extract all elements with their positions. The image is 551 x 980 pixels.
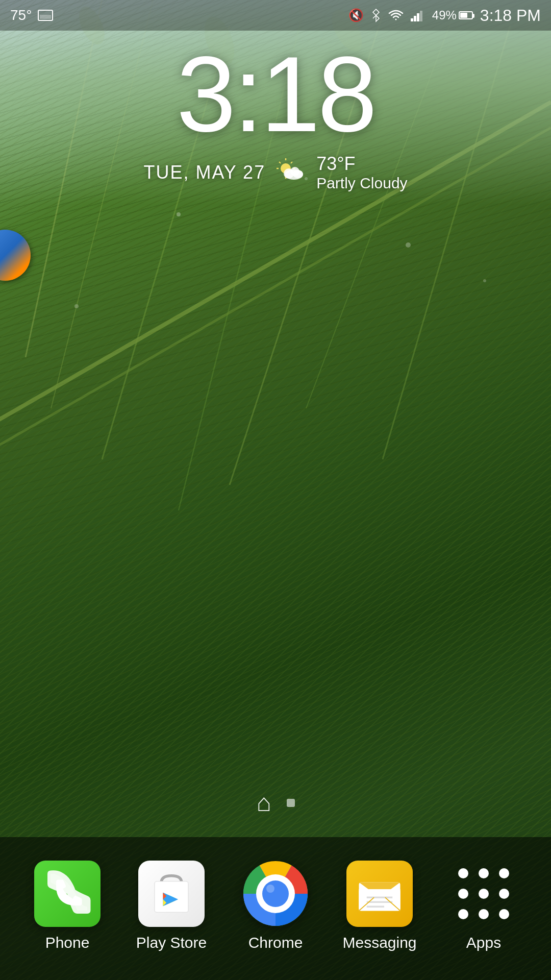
chrome-label: Chrome [248, 934, 303, 951]
svg-point-56 [479, 889, 489, 899]
status-right: 🔇 49% 3:18 PM [348, 6, 541, 25]
svg-point-12 [177, 212, 181, 216]
svg-rect-21 [420, 11, 422, 21]
playstore-icon-svg [143, 866, 199, 922]
svg-line-27 [279, 162, 281, 163]
app-dock: Phone Play Store [0, 837, 551, 980]
svg-rect-20 [417, 13, 419, 21]
phone-handset [48, 875, 87, 913]
battery-indicator: 49% [432, 8, 473, 22]
svg-point-42 [262, 880, 289, 907]
dock-item-playstore[interactable]: Play Store [131, 861, 212, 951]
messaging-app-icon[interactable] [346, 861, 413, 927]
clock-widget: 3:18 TUE, MAY 27 73°F Partly C [0, 41, 551, 192]
image-icon [38, 10, 53, 21]
apps-app-icon[interactable] [450, 861, 517, 927]
messaging-icon-svg [357, 871, 403, 917]
phone-app-icon[interactable] [34, 861, 101, 927]
svg-point-57 [499, 889, 509, 899]
signal-icon [411, 9, 425, 21]
dock-item-phone[interactable]: Phone [27, 861, 108, 951]
svg-point-16 [483, 279, 486, 282]
dock-item-messaging[interactable]: Messaging [339, 861, 420, 951]
temperature-display: 75° [10, 7, 32, 23]
svg-point-60 [499, 909, 509, 919]
bluetooth-icon [371, 8, 381, 22]
status-bar: 75° 🔇 49% [0, 0, 551, 31]
mute-icon: 🔇 [348, 8, 364, 22]
weather-condition: Partly Cloudy [316, 175, 407, 192]
svg-line-28 [291, 162, 292, 163]
page-dot [287, 799, 295, 807]
svg-point-54 [499, 868, 509, 878]
chrome-app-icon[interactable] [242, 861, 309, 927]
weather-temp: 73°F [316, 153, 355, 175]
weather-icon [276, 157, 306, 188]
partly-cloudy-icon [276, 157, 306, 183]
apps-label: Apps [466, 934, 501, 951]
playstore-app-icon[interactable] [138, 861, 205, 927]
weather-info: 73°F Partly Cloudy [316, 153, 407, 192]
chrome-icon-svg [242, 861, 309, 927]
status-left: 75° [10, 7, 53, 23]
home-indicator: ⌂ [257, 789, 271, 817]
svg-line-17 [373, 15, 376, 18]
svg-point-15 [74, 304, 79, 308]
left-edge-widget[interactable] [0, 230, 31, 271]
clock-date: TUE, MAY 27 [143, 162, 265, 183]
dock-item-apps[interactable]: Apps [443, 861, 524, 951]
svg-point-14 [406, 242, 411, 248]
svg-rect-19 [414, 16, 416, 21]
svg-rect-18 [411, 18, 413, 21]
svg-point-55 [458, 889, 468, 899]
svg-point-32 [293, 170, 303, 178]
messaging-label: Messaging [342, 934, 416, 951]
svg-point-52 [458, 868, 468, 878]
battery-percent: 49% [432, 8, 457, 22]
svg-point-43 [266, 885, 274, 893]
wifi-icon [388, 9, 404, 21]
clock-date-row: TUE, MAY 27 73°F Partly Cloudy [0, 153, 551, 192]
svg-point-58 [458, 909, 468, 919]
dock-item-chrome[interactable]: Chrome [235, 861, 316, 951]
phone-label: Phone [45, 934, 90, 951]
clock-time-display: 3:18 [0, 41, 551, 148]
page-indicators: ⌂ [0, 789, 551, 817]
svg-point-59 [479, 909, 489, 919]
playstore-label: Play Store [136, 934, 207, 951]
svg-point-53 [479, 868, 489, 878]
apps-icon-svg [453, 863, 514, 924]
status-time: 3:18 PM [480, 6, 541, 25]
